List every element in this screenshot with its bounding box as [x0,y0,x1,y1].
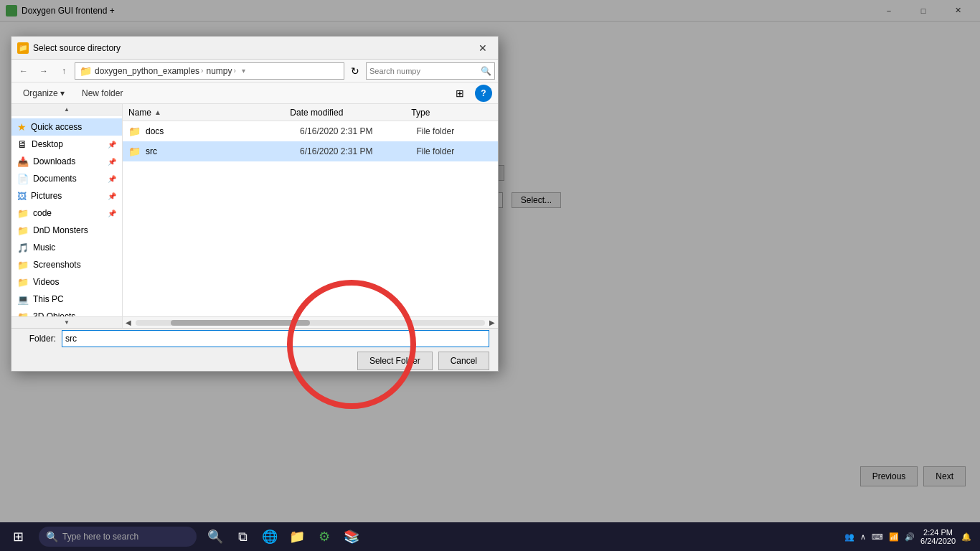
col-name-header: Name ▲ [128,108,290,118]
sidebar-item-documents[interactable]: 📄 Documents 📌 [11,170,122,187]
search-icon: 🔍 [481,66,491,76]
sidebar-item-code[interactable]: 📁 code 📌 [11,204,122,222]
col-type-header: Type [411,108,492,118]
taskbar-edge-browser[interactable]: 🌐 [257,522,283,551]
footer-buttons: Select Folder Cancel [20,352,489,370]
sidebar-item-downloads[interactable]: 📥 Downloads 📌 [11,153,122,170]
folder-input[interactable] [62,330,489,347]
tray-volume-icon: 🔊 [905,532,915,542]
dnd-icon: 📁 [17,225,29,236]
taskbar-clock[interactable]: 2:24 PM 6/24/2020 [920,528,956,545]
sort-arrow: ▲ [154,108,161,116]
up-button[interactable]: ↑ [55,62,73,80]
help-button[interactable]: ? [475,85,492,102]
address-chevron-1: › [201,67,203,75]
tray-keyboard-icon: ⌨ [872,532,883,542]
scrollbar-thumb [171,320,311,326]
this-pc-label: This PC [33,294,64,304]
select-folder-button[interactable]: Select Folder [357,352,433,370]
documents-pin: 📌 [108,175,116,183]
tray-people-icon: 👥 [844,532,854,542]
pictures-icon: 🖼 [17,191,27,202]
sidebar-item-this-pc[interactable]: 💻 This PC [11,291,122,308]
horizontal-scrollbar[interactable]: ◀ ▶ [123,316,498,328]
src-name: src [146,146,297,156]
taskbar-file-explorer[interactable]: 📁 [284,522,310,551]
col-date-header: Date modified [290,108,411,118]
new-folder-button[interactable]: New folder [76,85,128,102]
documents-icon: 📄 [17,174,29,184]
src-folder-icon: 📁 [128,146,143,157]
pictures-label: Pictures [31,191,62,201]
music-icon: 🎵 [17,242,29,253]
sidebar-item-music[interactable]: 🎵 Music [11,239,122,256]
scrollbar-left-btn[interactable]: ◀ [123,317,134,329]
taskbar-search-standalone[interactable]: 🔍 [202,522,228,551]
tray-notification-icon[interactable]: 🔔 [961,532,971,542]
dialog-titlebar: 📁 Select source directory ✕ [11,37,498,60]
code-icon: 📁 [17,208,29,219]
sidebar-item-pictures[interactable]: 🖼 Pictures 📌 [11,187,122,204]
address-part-1: doxygen_python_examples › [95,66,203,76]
taskbar-stack-overflow[interactable]: 📚 [339,522,364,551]
pictures-pin: 📌 [108,192,116,200]
view-button[interactable]: ⊞ [451,85,469,102]
taskbar-date-text: 6/24/2020 [920,537,956,545]
col-name-label: Name [128,108,151,118]
dialog-content: ▲ ★ Quick access 🖥 Desktop 📌 📥 Downloads… [11,104,498,328]
sidebar-item-videos[interactable]: 📁 Videos [11,273,122,291]
sidebar-item-desktop[interactable]: 🖥 Desktop 📌 [11,136,122,153]
search-input[interactable] [369,67,481,75]
taskbar-search-box[interactable]: 🔍 Type here to search [39,527,197,547]
forward-button[interactable]: → [34,62,53,80]
taskbar-search-text: Type here to search [62,532,138,542]
taskbar-chrome[interactable]: ⚙ [311,522,337,551]
back-button[interactable]: ← [14,62,33,80]
taskbar: ⊞ 🔍 Type here to search 🔍 ⧉ 🌐 📁 ⚙ 📚 👥 ∧ … [0,522,980,551]
dialog-close-button[interactable]: ✕ [473,39,492,57]
taskbar-icons: 🔍 ⧉ 🌐 📁 ⚙ 📚 [202,522,364,551]
tray-expand-icon[interactable]: ∧ [860,532,866,542]
dialog-toolbar2: Organize ▾ New folder ⊞ ? [11,83,498,104]
src-type: File folder [416,146,492,156]
code-pin: 📌 [108,209,116,217]
start-button[interactable]: ⊞ [0,522,36,551]
downloads-label: Downloads [33,156,75,166]
nav-panel: ▲ ★ Quick access 🖥 Desktop 📌 📥 Downloads… [11,104,123,328]
nav-scroll-down[interactable]: ▼ [11,316,122,328]
address-dropdown-arrow[interactable]: ▾ [242,67,245,75]
videos-label: Videos [33,277,59,287]
videos-icon: 📁 [17,277,29,288]
desktop-icon: 🖥 [17,138,27,150]
downloads-pin: 📌 [108,158,116,166]
dialog-toolbar: ← → ↑ 📁 doxygen_python_examples › numpy … [11,60,498,83]
col-date-label: Date modified [290,108,343,118]
organize-button[interactable]: Organize ▾ [17,85,70,102]
scrollbar-right-btn[interactable]: ▶ [486,317,498,329]
dialog-icon: 📁 [17,42,29,54]
address-chevron-2: › [233,67,235,75]
file-row-src[interactable]: 📁 src 6/16/2020 2:31 PM File folder [123,141,498,161]
taskbar-task-view[interactable]: ⧉ [230,522,255,551]
cancel-button[interactable]: Cancel [438,352,489,370]
docs-date: 6/16/2020 2:31 PM [300,126,413,136]
sidebar-item-dnd-monsters[interactable]: 📁 DnD Monsters [11,222,122,239]
col-type-label: Type [411,108,430,118]
dialog-footer: Folder: Select Folder Cancel [11,328,498,371]
scrollbar-track [136,320,485,326]
desktop-pin: 📌 [108,141,116,149]
screenshots-label: Screenshots [33,260,81,270]
refresh-button[interactable]: ↻ [346,62,364,80]
quick-access-label: Quick access [31,122,82,132]
music-label: Music [33,242,55,253]
address-bar[interactable]: 📁 doxygen_python_examples › numpy › ▾ [75,62,344,80]
src-date: 6/16/2020 2:31 PM [300,146,413,156]
nav-scroll-up[interactable]: ▲ [11,104,122,116]
quick-access-icon: ★ [17,121,27,133]
taskbar-tray: 👥 ∧ ⌨ 📶 🔊 2:24 PM 6/24/2020 🔔 [836,528,980,545]
file-row-docs[interactable]: 📁 docs 6/16/2020 2:31 PM File folder [123,121,498,141]
sidebar-item-screenshots[interactable]: 📁 Screenshots [11,256,122,273]
screenshots-icon: 📁 [17,260,29,270]
sidebar-item-quick-access[interactable]: ★ Quick access [11,118,122,136]
code-label: code [33,208,52,218]
